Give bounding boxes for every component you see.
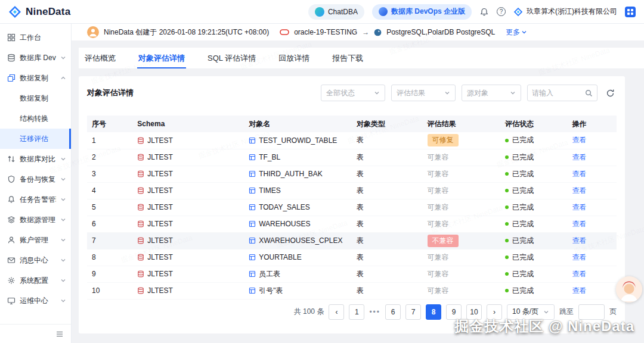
sidebar-subitem-migration-assessment[interactable]: 迁移评估 <box>0 129 71 149</box>
edition-badge[interactable]: 数据库 DevOps 企业版 <box>372 4 472 20</box>
search-input[interactable] <box>532 89 583 97</box>
view-link[interactable]: 查看 <box>572 236 587 245</box>
total-count: 共 100 条 <box>294 307 324 317</box>
collapse-sidebar-icon[interactable] <box>55 330 64 338</box>
page-button-6[interactable]: 6 <box>385 304 401 320</box>
cell-status: 已完成 <box>500 132 568 149</box>
table-row[interactable]: 4 JLTEST TIMES 表 可兼容 已完成 查看 <box>87 182 617 199</box>
more-link[interactable]: 更多 <box>506 27 527 38</box>
sidebar-item-account-mgmt[interactable]: 账户管理 <box>0 230 71 250</box>
source-datasource[interactable]: oracle-19-TESTING <box>294 28 357 36</box>
app-grid-icon[interactable] <box>625 7 636 17</box>
page-button-10[interactable]: 10 <box>466 304 482 320</box>
page-button-9[interactable]: 9 <box>446 304 462 320</box>
page-button-8-active[interactable]: 8 <box>426 304 441 320</box>
refresh-icon[interactable] <box>603 85 617 101</box>
next-page-button[interactable]: › <box>487 304 502 320</box>
chevron-down-icon <box>60 176 66 182</box>
sidebar-item-database-compare[interactable]: 数据库对比 <box>0 149 71 169</box>
target-datasource[interactable]: PostgreSQL,PolarDB PostgreSQL <box>386 28 495 36</box>
table-row[interactable]: 7 JLTEST XWAREHOUSES_CPLEX 表 不兼容 已完成 查看 <box>87 232 617 249</box>
chevron-down-icon <box>60 237 66 243</box>
view-link[interactable]: 查看 <box>572 253 587 261</box>
sidebar-item-message-center[interactable]: 消息中心 <box>0 250 71 270</box>
chevron-down-icon <box>444 90 450 96</box>
chatdba-button[interactable]: ChatDBA <box>308 4 364 20</box>
cell-schema: JLTEST <box>132 199 244 216</box>
company-account[interactable]: 玖章算术(浙江)科技有限公司 <box>513 7 617 17</box>
view-link[interactable]: 查看 <box>572 186 587 195</box>
jump-page-input[interactable] <box>578 304 605 320</box>
view-link[interactable]: 查看 <box>572 286 587 295</box>
view-link[interactable]: 查看 <box>572 170 587 178</box>
sidebar-item-system-config[interactable]: 系统配置 <box>0 270 71 291</box>
result-badge: 可修复 <box>428 134 459 146</box>
mascot-avatar[interactable] <box>616 276 642 303</box>
table-row[interactable]: 1 JLTEST TEST_UROWID_TABLE 表 可修复 已完成 查看 <box>87 132 617 149</box>
sidebar-item-data-replication[interactable]: 数据复制 <box>0 68 71 88</box>
col-status: 评估状态 <box>500 116 568 132</box>
view-link[interactable]: 查看 <box>572 136 587 144</box>
sidebar-item-database-devops[interactable]: 数据库 DevOps <box>0 48 71 68</box>
view-link[interactable]: 查看 <box>572 203 587 211</box>
search-icon[interactable] <box>585 89 593 97</box>
tab-sql-assessment-detail[interactable]: SQL 评估详情 <box>206 48 257 68</box>
page-button-1[interactable]: 1 <box>349 304 364 320</box>
cell-schema: JLTEST <box>132 182 244 199</box>
result-badge: 可兼容 <box>428 168 449 180</box>
page-size-select[interactable]: 10 条/页 <box>507 304 555 320</box>
table-body: 1 JLTEST TEST_UROWID_TABLE 表 可修复 已完成 查看 <box>87 132 617 299</box>
pagination-ellipsis[interactable]: ••• <box>369 308 380 316</box>
cell-action: 查看 <box>568 166 617 182</box>
cell-status: 已完成 <box>500 249 568 266</box>
page-button-7[interactable]: 7 <box>405 304 421 320</box>
view-link[interactable]: 查看 <box>572 153 587 161</box>
cell-status: 已完成 <box>500 266 568 282</box>
view-link[interactable]: 查看 <box>572 270 587 278</box>
sidebar-item-workbench[interactable]: 工作台 <box>0 27 71 48</box>
workbench-icon <box>7 33 16 42</box>
envelope-icon <box>7 256 16 264</box>
sidebar-subitem-data-replication[interactable]: 数据复制 <box>0 88 71 108</box>
notifications-bell-icon[interactable] <box>479 7 489 17</box>
table-row[interactable]: 2 JLTEST TF_BL 表 可兼容 已完成 查看 <box>87 149 617 166</box>
view-link[interactable]: 查看 <box>572 220 587 228</box>
result-badge: 可兼容 <box>428 201 449 214</box>
search-box <box>527 85 597 101</box>
cell-status: 已完成 <box>500 216 568 232</box>
result-filter-select[interactable]: 评估结果 <box>391 85 456 101</box>
shield-icon <box>7 175 16 183</box>
sidebar-item-task-alert[interactable]: 任务告警管理 <box>0 189 71 210</box>
help-icon[interactable]: ? <box>497 7 506 16</box>
prev-page-button[interactable]: ‹ <box>329 304 344 320</box>
table-row[interactable]: 5 JLTEST TODAY_SALES 表 可兼容 已完成 查看 <box>87 199 617 216</box>
chevron-down-icon <box>60 298 66 304</box>
chevron-down-icon <box>543 309 549 315</box>
top-header: NineData ChatDBA 数据库 DevOps 企业版 ? 玖章算术(浙… <box>0 0 644 24</box>
detail-tabs: 评估概览 对象评估详情 SQL 评估详情 回放详情 报告下载 <box>79 48 644 69</box>
tab-replay-detail[interactable]: 回放详情 <box>277 48 311 68</box>
table-row[interactable]: 6 JLTEST WAREHOUSES 表 可兼容 已完成 查看 <box>87 216 617 232</box>
cell-object-name: TF_BL <box>244 149 352 166</box>
source-object-filter-select[interactable]: 源对象 <box>462 85 521 101</box>
cell-index: 5 <box>87 199 132 216</box>
cell-object-type: 表 <box>352 249 423 266</box>
tab-report-download[interactable]: 报告下载 <box>331 48 364 68</box>
sidebar-item-backup-restore[interactable]: 备份与恢复 <box>0 169 71 189</box>
status-filter-select[interactable]: 全部状态 <box>321 85 385 101</box>
table-row[interactable]: 8 JLTEST YOURTABLE 表 可兼容 已完成 查看 <box>87 249 617 266</box>
table-row[interactable]: 3 JLTEST THIRD_AUTH_BAK 表 可兼容 已完成 查看 <box>87 166 617 182</box>
cell-status: 已完成 <box>500 149 568 166</box>
table-row[interactable]: 10 JLTEST 引号"表 表 可兼容 已完成 查看 <box>87 282 617 299</box>
company-name: 玖章算术(浙江)科技有限公司 <box>527 7 617 17</box>
sidebar-item-ops-center[interactable]: 运维中心 <box>0 291 71 311</box>
sidebar-subitem-structure-transform[interactable]: 结构转换 <box>0 108 71 129</box>
tab-assessment-overview[interactable]: 评估概览 <box>83 48 117 68</box>
brand[interactable]: NineData <box>8 5 70 18</box>
table-row[interactable]: 9 JLTEST 员工表 表 可兼容 已完成 查看 <box>87 266 617 282</box>
tab-object-assessment-detail[interactable]: 对象评估详情 <box>137 48 186 68</box>
cell-index: 7 <box>87 232 132 249</box>
sidebar-item-datasource-mgmt[interactable]: 数据源管理 <box>0 210 71 230</box>
cell-index: 4 <box>87 182 132 199</box>
table-object-icon <box>249 204 256 211</box>
